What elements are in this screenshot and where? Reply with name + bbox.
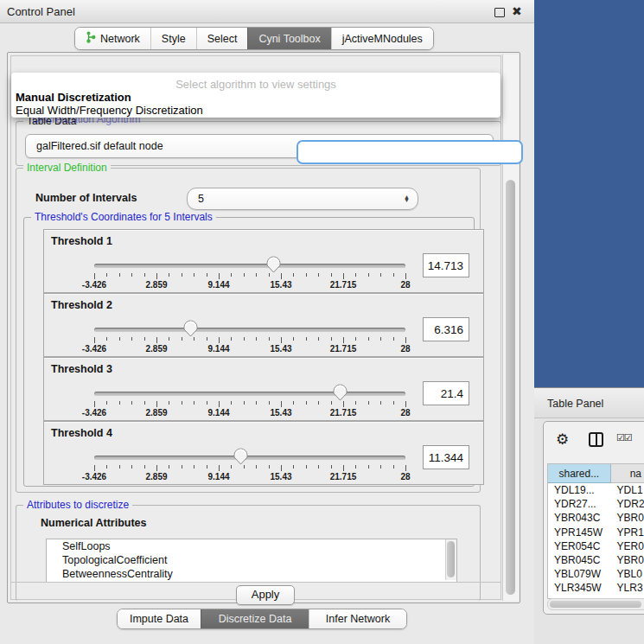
number-of-intervals-label: Number of Intervals: [35, 192, 137, 204]
tab-label: Infer Network: [326, 613, 390, 625]
numerical-attributes-list[interactable]: SelfLoopsTopologicalCoefficientBetweenne…: [46, 539, 457, 583]
slider-tick-labels: -3.4262.8599.14415.4321.71528: [94, 280, 406, 290]
settings-scrollbar-thumb[interactable]: [506, 180, 515, 595]
slider-track[interactable]: [94, 456, 405, 460]
slider-handle[interactable]: [333, 384, 348, 401]
table-row[interactable]: YER054CYER0: [548, 539, 644, 553]
table-horizontal-scrollbar-thumb[interactable]: [550, 601, 641, 608]
algorithm-option-manual[interactable]: Manual Discretization: [16, 91, 131, 104]
thresholds-group: Threshold's Coordinates for 5 Intervals …: [23, 217, 475, 487]
table-cell[interactable]: YPR145W: [548, 526, 611, 539]
interval-definition-group: Interval Definition Number of Intervals …: [16, 168, 481, 493]
tab-label: Style: [162, 33, 186, 45]
slider-ticks: [94, 337, 406, 344]
table-row[interactable]: YLR345WYLR3: [548, 581, 644, 595]
column-header-name[interactable]: na: [611, 464, 644, 483]
table-cell[interactable]: YBL0: [611, 567, 644, 581]
slider-tick-labels: -3.4262.8599.14415.4321.71528: [94, 472, 406, 482]
threshold-value-field[interactable]: 11.344: [423, 445, 469, 469]
tab-label: Network: [100, 33, 140, 45]
top-tab-bar: Network Style Select Cyni Toolbox jActiv…: [74, 27, 434, 50]
threshold-label: Threshold 1: [51, 235, 112, 247]
table-cell[interactable]: YBR0: [611, 553, 644, 567]
control-panel-titlebar: Control Panel ✖: [0, 0, 534, 23]
table-cell[interactable]: YDL19...: [548, 483, 611, 497]
slider-tick-labels: -3.4262.8599.14415.4321.71528: [94, 344, 406, 354]
threshold-panel: Threshold 4-3.4262.8599.14415.4321.71528…: [43, 421, 484, 485]
table-rows: YDL19...YDL1YDR27...YDR2YBR043CYBR0YPR14…: [548, 483, 644, 599]
divider: [11, 582, 501, 583]
slider-track[interactable]: [94, 264, 405, 268]
tab-discretize-data[interactable]: Discretize Data: [201, 609, 309, 628]
tab-impute-data[interactable]: Impute Data: [118, 609, 201, 628]
algorithm-combo-focus-ring[interactable]: [296, 140, 523, 164]
apply-button[interactable]: Apply: [236, 585, 295, 605]
threshold-value-field[interactable]: 14.713: [423, 253, 469, 277]
attribute-list-item[interactable]: TopologicalCoefficient: [47, 553, 456, 567]
slider-handle[interactable]: [233, 448, 248, 465]
table-row[interactable]: YBR045CYBR0: [548, 553, 644, 567]
numerical-attributes-label: Numerical Attributes: [41, 517, 146, 529]
control-panel: Control Panel ✖ Network Style Select Cyn…: [0, 0, 534, 644]
tab-network[interactable]: Network: [75, 28, 150, 49]
tab-label: jActiveMNodules: [342, 33, 423, 45]
threshold-value-field[interactable]: 21.4: [423, 381, 469, 405]
column-header-shared-name[interactable]: shared...: [548, 464, 611, 483]
threshold-label: Threshold 3: [51, 363, 112, 375]
table-row[interactable]: YBR043CYBR0: [548, 511, 644, 525]
number-of-intervals-combo[interactable]: 5 ▲▼: [187, 188, 418, 210]
settings-viewport: Discretization Algorithm Table Data galF…: [10, 55, 501, 600]
table-horizontal-scrollbar[interactable]: [547, 598, 644, 610]
table-row[interactable]: YBL079WYBL0: [548, 567, 644, 581]
tab-cyni-toolbox[interactable]: Cyni Toolbox: [247, 28, 330, 49]
table-cell[interactable]: YLR3: [611, 581, 644, 595]
table-cell[interactable]: YDR2: [611, 497, 644, 511]
table-cell[interactable]: YPR1: [611, 526, 644, 539]
tab-infer-network[interactable]: Infer Network: [309, 609, 406, 628]
list-scrollbar-thumb[interactable]: [447, 541, 455, 577]
tab-style[interactable]: Style: [150, 28, 196, 49]
thresholds-group-label: Threshold's Coordinates for 5 Intervals: [31, 211, 216, 223]
gear-icon[interactable]: ⚙: [556, 430, 569, 449]
attributes-group-label: Attributes to discretize: [23, 499, 132, 511]
table-cell[interactable]: YDL1: [611, 483, 644, 497]
float-window-icon[interactable]: [494, 8, 505, 17]
checkbox-icons[interactable]: ☑☑: [616, 432, 632, 443]
cyni-content-panel: Discretization Algorithm Table Data galF…: [7, 52, 520, 603]
table-panel-title: Table Panel: [547, 398, 603, 410]
threshold-value-field[interactable]: 6.316: [423, 317, 469, 341]
table-cell[interactable]: YER0: [611, 539, 644, 553]
table-row[interactable]: YDR27...YDR2: [548, 497, 644, 511]
table-row[interactable]: YPR145WYPR1: [548, 526, 644, 539]
table-cell[interactable]: YLR345W: [548, 581, 611, 595]
threshold-label: Threshold 4: [51, 427, 112, 439]
table-cell[interactable]: YBR0: [611, 511, 644, 525]
split-columns-icon[interactable]: [589, 432, 603, 447]
tab-jactivemnodules[interactable]: jActiveMNodules: [331, 28, 433, 49]
list-scrollbar[interactable]: [445, 539, 456, 580]
tab-select[interactable]: Select: [196, 28, 248, 49]
close-icon[interactable]: ✖: [512, 4, 522, 18]
slider-handle[interactable]: [183, 320, 198, 337]
node-attribute-table[interactable]: shared... na YDL19...YDL1YDR27...YDR2YBR…: [547, 463, 644, 599]
table-panel-body: ⚙ ☑☑ shared... na YDL19...YDL1YDR27...YD…: [543, 421, 644, 615]
table-cell[interactable]: YDR27...: [548, 497, 611, 511]
stepper-arrows-icon: ▲▼: [403, 195, 411, 202]
table-panel-titlebar: Table Panel: [534, 388, 644, 418]
table-cell[interactable]: YER054C: [548, 539, 611, 553]
table-cell[interactable]: YBR045C: [548, 553, 611, 567]
slider-handle[interactable]: [266, 256, 281, 273]
settings-scrollbar[interactable]: [502, 54, 519, 601]
attribute-list-item[interactable]: BetweennessCentrality: [47, 567, 456, 581]
table-cell[interactable]: YBL079W: [548, 567, 611, 581]
tab-label: Impute Data: [130, 613, 188, 625]
slider-tick-labels: -3.4262.8599.14415.4321.71528: [94, 408, 406, 418]
slider-track[interactable]: [94, 392, 405, 396]
table-row[interactable]: YDL19...YDL1: [548, 483, 644, 497]
table-header-row: shared... na: [548, 464, 644, 483]
attribute-list-item[interactable]: SelfLoops: [47, 539, 456, 553]
slider-track[interactable]: [94, 328, 405, 332]
slider-ticks: [94, 465, 406, 472]
table-cell[interactable]: YBR043C: [548, 511, 611, 525]
algorithm-option-equal-width[interactable]: Equal Width/Frequency Discretization: [16, 104, 203, 117]
